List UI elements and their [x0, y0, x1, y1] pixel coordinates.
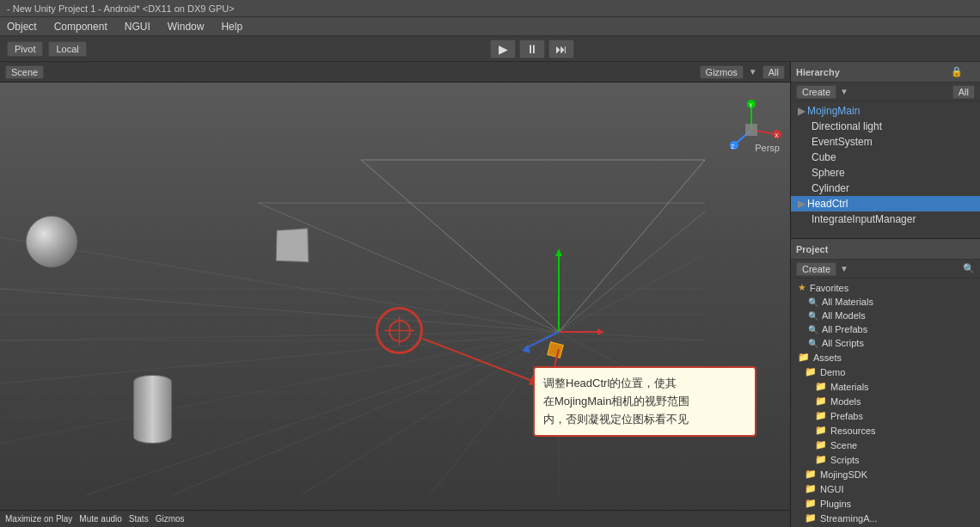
all-button[interactable]: All — [763, 65, 785, 79]
search-icon: 🔍 — [963, 263, 975, 274]
project-header: Project — [791, 239, 980, 260]
svg-text:Z: Z — [731, 144, 735, 150]
step-button[interactable]: ⏭ — [548, 40, 574, 58]
project-models-folder[interactable]: 📁 Models — [791, 394, 980, 408]
scene-tab[interactable]: Scene — [5, 65, 44, 79]
project-all-scripts[interactable]: 🔍 All Scripts — [791, 336, 980, 350]
sphere-object — [26, 216, 77, 267]
project-scripts-folder[interactable]: 📁 Scripts — [791, 452, 980, 467]
hierarchy-directional-light[interactable]: Directional light — [791, 119, 980, 134]
hierarchy-create-btn[interactable]: Create — [796, 85, 836, 99]
hierarchy-cylinder[interactable]: Cylinder — [791, 181, 980, 196]
project-create-btn[interactable]: Create — [796, 262, 836, 276]
gizmo-circle — [376, 307, 423, 354]
scene-toolbar: Scene Gizmos ▼ All — [0, 62, 790, 83]
project-ngui-folder[interactable]: 📁 NGUI — [791, 481, 980, 496]
mute-audio[interactable]: Mute audio — [79, 514, 121, 524]
pause-button[interactable]: ⏸ — [519, 40, 545, 58]
toolbar: Pivot Local ▶ ⏸ ⏭ — [0, 36, 980, 62]
main-layout: Scene Gizmos ▼ All — [0, 62, 980, 527]
menu-help[interactable]: Help — [217, 19, 246, 34]
gizmos-button[interactable]: Gizmos — [700, 65, 744, 79]
hierarchy-content: ▶MojingMain Directional light EventSyste… — [791, 101, 980, 238]
hierarchy-mojingmain[interactable]: ▶MojingMain — [791, 103, 980, 119]
project-title: Project — [796, 244, 828, 254]
play-button[interactable]: ▶ — [490, 40, 516, 58]
project-streaming-folder[interactable]: 📁 StreamingA... — [791, 511, 980, 525]
title-text: - New Unity Project 1 - Android* <DX11 o… — [7, 3, 235, 14]
scene-view: Scene Gizmos ▼ All — [0, 62, 791, 527]
project-panel: Project Create ▼ 🔍 ★ Favorites 🔍 All Mat… — [791, 239, 980, 527]
svg-text:X: X — [775, 132, 779, 138]
hierarchy-all-btn[interactable]: All — [952, 85, 975, 99]
svg-rect-0 — [0, 83, 790, 510]
annotation-box: 调整HeadCtrl的位置，使其在MojingMain相机的视野范围内，否则凝视… — [533, 366, 756, 437]
project-plugins-folder[interactable]: 📁 Plugins — [791, 496, 980, 511]
svg-rect-44 — [745, 124, 757, 136]
menu-object[interactable]: Object — [3, 19, 40, 34]
scene-grid — [0, 83, 790, 510]
cylinder-object — [133, 375, 172, 444]
gizmos-bottom-btn[interactable]: Gizmos — [156, 514, 185, 524]
menu-ngui[interactable]: NGUI — [121, 19, 154, 34]
project-prefabs-folder[interactable]: 📁 Prefabs — [791, 408, 980, 423]
project-favorites-header[interactable]: ★ Favorites — [791, 280, 980, 295]
stats-btn[interactable]: Stats — [129, 514, 149, 524]
menu-bar: Object Component NGUI Window Help — [0, 17, 980, 36]
local-button[interactable]: Local — [48, 41, 86, 57]
project-all-prefabs[interactable]: 🔍 All Prefabs — [791, 322, 980, 336]
playback-controls: ▶ ⏸ ⏭ — [490, 40, 574, 58]
hierarchy-toolbar: Create ▼ All — [791, 83, 980, 101]
hierarchy-header: Hierarchy 🔒 — [791, 62, 980, 83]
hierarchy-event-system[interactable]: EventSystem — [791, 134, 980, 150]
menu-window[interactable]: Window — [164, 19, 208, 34]
annotation-text: 调整HeadCtrl的位置，使其在MojingMain相机的视野范围内，否则凝视… — [543, 377, 689, 426]
hierarchy-title: Hierarchy — [796, 67, 840, 77]
persp-label: Persp — [755, 143, 780, 153]
project-resources-folder[interactable]: 📁 Resources — [791, 423, 980, 438]
project-content: ★ Favorites 🔍 All Materials 🔍 All Models… — [791, 279, 980, 527]
project-demo-folder[interactable]: 📁 Demo — [791, 365, 980, 379]
hierarchy-integrate-input-manager[interactable]: IntegrateInputManager — [791, 211, 980, 227]
hierarchy-sphere[interactable]: Sphere — [791, 165, 980, 181]
project-scene-folder[interactable]: 📁 Scene — [791, 438, 980, 452]
cube-object — [276, 228, 309, 262]
project-mojingsdk-folder[interactable]: 📁 MojingSDK — [791, 467, 980, 481]
lock-icon: 🔒 — [951, 66, 963, 77]
project-assets-header[interactable]: 📁 Assets — [791, 350, 980, 365]
title-bar: - New Unity Project 1 - Android* <DX11 o… — [0, 0, 980, 17]
hierarchy-headctrl[interactable]: ▶HeadCtrl — [791, 196, 980, 211]
project-all-models[interactable]: 🔍 All Models — [791, 309, 980, 322]
menu-component[interactable]: Component — [51, 19, 111, 34]
svg-text:Y: Y — [749, 102, 753, 108]
hierarchy-panel: Hierarchy 🔒 Create ▼ All ▶MojingMain Dir… — [791, 62, 980, 239]
project-materials-folder[interactable]: 📁 Materials — [791, 379, 980, 394]
maximize-on-play[interactable]: Maximize on Play — [5, 514, 72, 524]
scene-canvas[interactable]: Z X Y Persp 调整HeadCtrl的位置，使其在MojingMain — [0, 83, 790, 510]
project-toolbar: Create ▼ 🔍 — [791, 260, 980, 279]
project-all-materials[interactable]: 🔍 All Materials — [791, 295, 980, 309]
pivot-button[interactable]: Pivot — [7, 41, 43, 57]
hierarchy-cube[interactable]: Cube — [791, 150, 980, 165]
scene-bottom: Maximize on Play Mute audio Stats Gizmos — [0, 510, 790, 527]
right-panel: Hierarchy 🔒 Create ▼ All ▶MojingMain Dir… — [791, 62, 980, 527]
